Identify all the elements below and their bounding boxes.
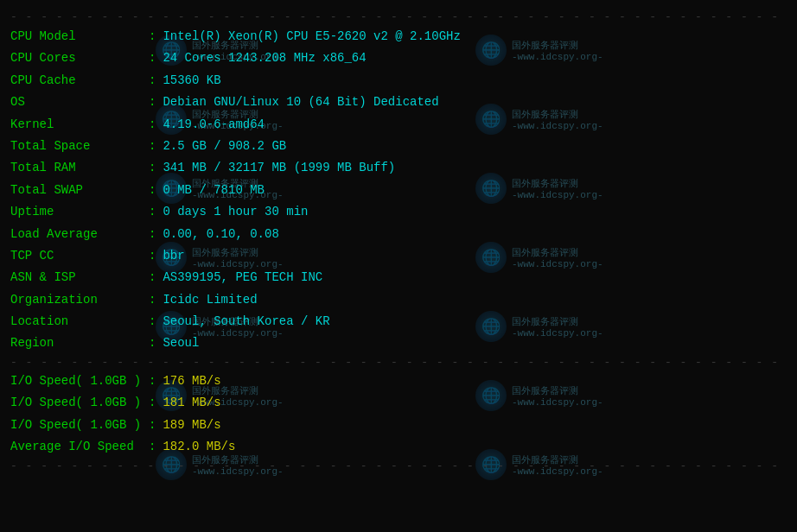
row-label: Total RAM [10,158,149,177]
system-row: CPU Cache : 15360 KB [10,71,787,90]
row-value: 0 MB / 7810 MB [163,180,265,200]
system-row: Load Average : 0.00, 0.10, 0.08 [10,225,787,244]
system-row: Location : Seoul, South Korea / KR [10,312,787,331]
row-label: Total SWAP [10,180,149,200]
io-value: 182.0 MB/s [163,437,235,456]
row-colon: : [149,180,156,200]
row-colon: : [149,312,156,331]
row-label: Region [10,333,149,352]
row-value: 341 MB / 32117 MB (1999 MB Buff) [163,158,395,177]
io-row: I/O Speed( 1.0GB ) : 181 MB/s [10,393,787,412]
row-label: ASN & ISP [10,268,149,287]
io-label: I/O Speed( 1.0GB ) [10,393,149,412]
io-value: 176 MB/s [163,371,220,390]
io-row: I/O Speed( 1.0GB ) : 189 MB/s [10,415,787,434]
row-colon: : [149,225,156,244]
system-row: CPU Model : Intel(R) Xeon(R) CPU E5-2620… [10,27,787,46]
row-colon: : [149,136,156,155]
io-colon: : [149,415,156,434]
system-row: Organization : Icidc Limited [10,290,787,309]
row-label: OS [10,92,149,111]
row-value: 2.5 GB / 908.2 GB [163,136,286,155]
row-value: 24 Cores 1243.208 MHz x86_64 [163,48,366,67]
io-value: 181 MB/s [163,393,220,412]
divider-top: - - - - - - - - - - - - - - - - - - - - … [10,10,787,23]
row-label: CPU Cores [10,48,149,67]
row-label: Kernel [10,115,149,134]
system-row: Uptime : 0 days 1 hour 30 min [10,202,787,221]
system-row: CPU Cores : 24 Cores 1243.208 MHz x86_64 [10,48,787,67]
row-label: CPU Model [10,27,149,46]
system-row: Region : Seoul [10,333,787,352]
divider-bot: - - - - - - - - - - - - - - - - - - - - … [10,459,787,472]
row-colon: : [149,48,156,67]
row-label: Location [10,312,149,331]
io-row: Average I/O Speed : 182.0 MB/s [10,437,787,456]
system-row: ASN & ISP : AS399195, PEG TECH INC [10,268,787,287]
io-value: 189 MB/s [163,415,220,434]
row-value: 4.19.0-6-amd64 [163,115,265,134]
row-colon: : [149,246,156,265]
row-value: 0.00, 0.10, 0.08 [163,225,278,244]
io-speed-section: I/O Speed( 1.0GB ) : 176 MB/sI/O Speed( … [10,371,787,457]
row-label: TCP CC [10,246,149,265]
io-label: I/O Speed( 1.0GB ) [10,415,149,434]
system-row: Kernel : 4.19.0-6-amd64 [10,115,787,134]
row-colon: : [149,115,156,134]
row-label: Uptime [10,202,149,221]
row-value: Icidc Limited [163,290,257,309]
divider-mid: - - - - - - - - - - - - - - - - - - - - … [10,356,787,369]
row-colon: : [149,158,156,177]
io-label: Average I/O Speed [10,437,149,456]
system-row: Total SWAP : 0 MB / 7810 MB [10,180,787,200]
row-colon: : [149,333,156,352]
row-value: Debian GNU/Linux 10 (64 Bit) Dedicated [163,92,438,111]
row-colon: : [149,202,156,221]
row-colon: : [149,27,156,46]
row-label: Organization [10,290,149,309]
row-value: Seoul [163,333,199,352]
io-colon: : [149,437,156,456]
io-label: I/O Speed( 1.0GB ) [10,371,149,390]
io-row: I/O Speed( 1.0GB ) : 176 MB/s [10,371,787,390]
main-container: - - - - - - - - - - - - - - - - - - - - … [0,0,797,483]
row-value: 0 days 1 hour 30 min [163,202,308,221]
io-colon: : [149,393,156,412]
row-colon: : [149,71,156,90]
row-value: 15360 KB [163,71,220,90]
system-row: OS : Debian GNU/Linux 10 (64 Bit) Dedica… [10,92,787,111]
system-row: Total Space : 2.5 GB / 908.2 GB [10,136,787,155]
row-value: bbr [163,246,184,265]
system-row: TCP CC : bbr [10,246,787,265]
system-row: Total RAM : 341 MB / 32117 MB (1999 MB B… [10,158,787,177]
row-colon: : [149,92,156,111]
row-colon: : [149,290,156,309]
row-label: Load Average [10,225,149,244]
row-value: Intel(R) Xeon(R) CPU E5-2620 v2 @ 2.10GH… [163,27,460,46]
system-info-section: CPU Model : Intel(R) Xeon(R) CPU E5-2620… [10,27,787,353]
io-colon: : [149,371,156,390]
row-value: AS399195, PEG TECH INC [163,268,322,287]
row-colon: : [149,268,156,287]
row-label: Total Space [10,136,149,155]
row-label: CPU Cache [10,71,149,90]
row-value: Seoul, South Korea / KR [163,312,329,331]
